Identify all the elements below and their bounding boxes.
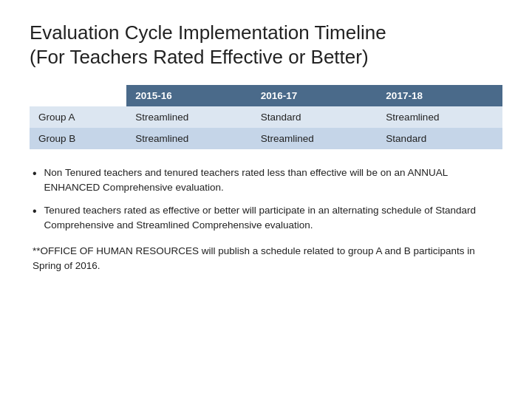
bullet-dot-1: • [33,166,37,182]
group-b-2016: Streamlined [252,128,378,149]
col-header-2016: 2016-17 [252,85,378,106]
group-a-2015: Streamlined [126,106,252,128]
title-block: Evaluation Cycle Implementation Timeline… [30,21,502,69]
bullet-dot-2: • [33,204,37,219]
table-row: Group B Streamlined Streamlined Standard [30,128,502,149]
bullet-item-2: • Tenured teachers rated as effective or… [33,203,502,232]
group-b-label: Group B [30,128,126,149]
bullet-text-2: Tenured teachers rated as effective or b… [44,203,502,232]
group-b-2015: Streamlined [126,128,252,149]
timeline-table: 2015-16 2016-17 2017-18 Group A Streamli… [30,85,502,149]
col-header-empty [30,85,126,106]
group-a-2017: Streamlined [377,106,502,128]
bullet-text-1: Non Tenured teachers and tenured teacher… [44,166,502,194]
table-row: Group A Streamlined Standard Streamlined [30,106,502,128]
col-header-2015: 2015-16 [126,85,252,106]
table-header-row: 2015-16 2016-17 2017-18 [30,85,502,106]
group-b-2017: Standard [377,128,502,149]
main-title: Evaluation Cycle Implementation Timeline [30,21,502,45]
bullet-list: • Non Tenured teachers and tenured teach… [30,166,502,232]
col-header-2017: 2017-18 [377,85,502,106]
subtitle: (For Teachers Rated Effective or Better) [30,45,502,69]
bullet-item-1: • Non Tenured teachers and tenured teach… [33,166,502,194]
group-a-2016: Standard [252,106,378,128]
group-a-label: Group A [30,106,126,128]
footer-note: **OFFICE OF HUMAN RESOURCES will publish… [33,244,502,273]
